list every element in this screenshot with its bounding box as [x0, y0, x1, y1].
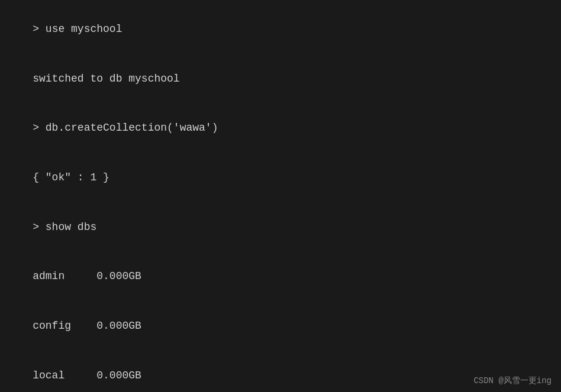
line-local-1: local 0.000GB — [7, 351, 554, 392]
line-switched: switched to db myschool — [7, 54, 554, 104]
line-show-dbs-1: > show dbs — [7, 203, 554, 252]
watermark: CSDN @风雪一更ing — [473, 375, 552, 386]
line-use-myschool: > use myschool — [7, 5, 554, 54]
terminal: > use myschool switched to db myschool >… — [0, 0, 561, 392]
line-ok-1: { "ok" : 1 } — [7, 153, 554, 203]
line-create-collection: > db.createCollection('wawa') — [7, 103, 554, 153]
line-config-1: config 0.000GB — [7, 302, 554, 351]
prompt-symbol: > — [33, 23, 46, 35]
line-admin-1: admin 0.000GB — [7, 252, 554, 302]
